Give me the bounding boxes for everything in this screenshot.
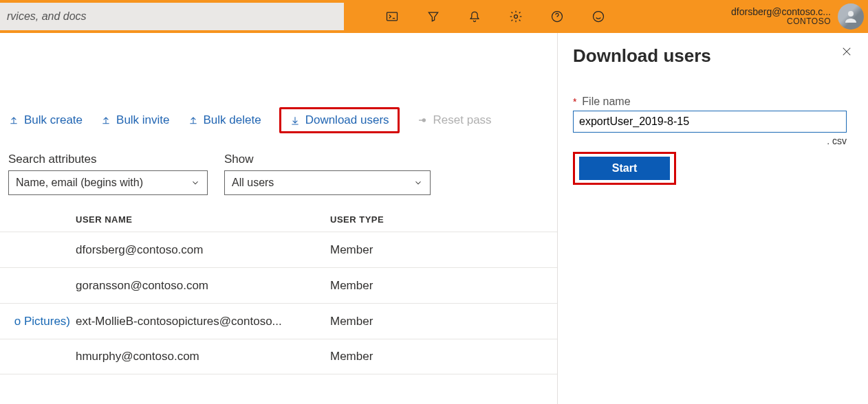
panel-header: Download users [573, 45, 853, 67]
account-email: dforsberg@contoso.c... [731, 6, 831, 17]
bulk-invite-button[interactable]: Bulk invite [100, 113, 169, 127]
help-icon[interactable] [536, 0, 578, 33]
bulk-invite-label: Bulk invite [116, 113, 169, 127]
key-icon [417, 115, 428, 126]
file-name-label-row: * File name [573, 96, 853, 108]
show-value: All users [232, 177, 274, 189]
download-icon [290, 115, 301, 126]
feedback-smiley-icon[interactable] [578, 0, 619, 33]
cell-usertype: Member [330, 315, 468, 328]
top-icon-row [371, 0, 619, 33]
main-content: Bulk create Bulk invite Bulk delete Down… [0, 33, 557, 404]
users-toolbar: Bulk create Bulk invite Bulk delete Down… [0, 107, 557, 133]
cell-usertype: Member [330, 279, 468, 293]
account-text: dforsberg@contoso.c... CONTOSO [731, 6, 831, 27]
search-attributes-filter: Search attributes Name, email (begins wi… [8, 153, 208, 195]
cell-username: dforsberg@contoso.com [76, 243, 330, 257]
download-users-label: Download users [305, 113, 389, 127]
svg-point-4 [848, 11, 854, 16]
required-asterisk: * [573, 96, 576, 107]
avatar[interactable] [838, 3, 864, 30]
bulk-delete-button[interactable]: Bulk delete [188, 113, 261, 127]
bulk-create-label: Bulk create [24, 113, 83, 127]
cell-username: goransson@contoso.com [76, 279, 330, 293]
start-button-highlight: Start [573, 152, 676, 185]
col-header-usertype: USER TYPE [330, 214, 468, 225]
table-header: USER NAME USER TYPE [0, 207, 557, 232]
col-header-username: USER NAME [76, 214, 330, 225]
upload-icon [8, 115, 19, 126]
row-prefix: o Pictures) [0, 315, 76, 328]
upload-icon [100, 115, 111, 126]
cloud-shell-icon[interactable] [371, 0, 413, 33]
svg-point-3 [594, 12, 604, 22]
table-row[interactable]: o Pictures) ext-MollieB-contosopictures@… [0, 303, 557, 339]
reset-password-button: Reset pass [417, 113, 492, 127]
notifications-icon[interactable] [454, 0, 495, 33]
cell-usertype: Member [330, 243, 468, 257]
svg-rect-0 [387, 12, 398, 21]
start-button[interactable]: Start [579, 157, 670, 180]
file-name-label: File name [582, 96, 630, 107]
search-placeholder-text: rvices, and docs [7, 10, 87, 23]
file-extension-text: . csv [827, 135, 847, 146]
users-table: USER NAME USER TYPE dforsberg@contoso.co… [0, 207, 557, 374]
bulk-delete-label: Bulk delete [204, 113, 261, 127]
top-bar: rvices, and docs dforsberg@contoso.c... … [0, 0, 868, 33]
account-org: CONTOSO [731, 17, 831, 27]
upload-icon [188, 115, 199, 126]
search-attributes-label: Search attributes [8, 153, 208, 166]
cell-username: hmurphy@contoso.com [76, 350, 330, 363]
global-search-input[interactable]: rvices, and docs [0, 3, 344, 30]
download-users-panel: Download users * File name . csv Start [557, 33, 868, 404]
table-row[interactable]: hmurphy@contoso.com Member [0, 339, 557, 374]
cell-usertype: Member [330, 350, 468, 363]
reset-password-label: Reset pass [433, 113, 492, 127]
show-dropdown[interactable]: All users [224, 170, 431, 195]
svg-point-1 [514, 15, 518, 19]
settings-gear-icon[interactable] [495, 0, 536, 33]
file-extension: . csv [573, 135, 847, 146]
show-filter: Show All users [224, 153, 431, 195]
search-attributes-value: Name, email (begins with) [16, 177, 143, 189]
filter-row: Search attributes Name, email (begins wi… [0, 133, 557, 195]
chevron-down-icon [413, 178, 423, 188]
download-users-button[interactable]: Download users [279, 107, 400, 133]
bulk-create-button[interactable]: Bulk create [8, 113, 83, 127]
table-row[interactable]: goransson@contoso.com Member [0, 267, 557, 303]
chevron-down-icon [191, 178, 200, 188]
download-form: * File name . csv Start [573, 96, 853, 185]
file-name-input[interactable] [573, 111, 847, 133]
search-attributes-dropdown[interactable]: Name, email (begins with) [8, 170, 208, 195]
table-row[interactable]: dforsberg@contoso.com Member [0, 232, 557, 267]
filter-icon[interactable] [413, 0, 454, 33]
panel-title: Download users [573, 45, 711, 67]
close-icon[interactable] [840, 45, 853, 60]
account-area[interactable]: dforsberg@contoso.c... CONTOSO [731, 3, 868, 30]
show-label: Show [224, 153, 431, 166]
cell-username: ext-MollieB-contosopictures@contoso... [76, 315, 330, 328]
